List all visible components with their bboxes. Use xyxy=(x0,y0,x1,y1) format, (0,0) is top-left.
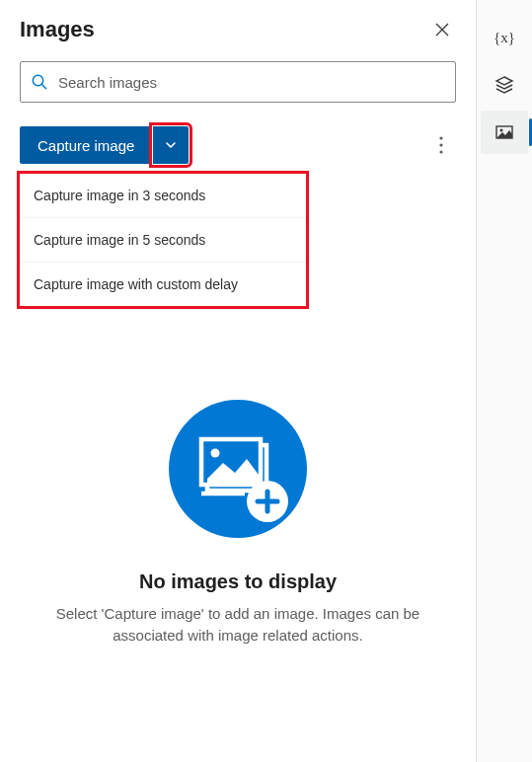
svg-point-8 xyxy=(211,449,220,458)
capture-button[interactable]: Capture image xyxy=(20,126,152,164)
svg-line-1 xyxy=(42,85,47,90)
variables-icon: {x} xyxy=(494,27,515,48)
empty-state-description: Select 'Capture image' to add an image. … xyxy=(39,603,436,647)
svg-point-15 xyxy=(500,129,503,132)
search-icon xyxy=(31,73,48,91)
svg-point-0 xyxy=(33,75,42,85)
toolbar: Capture image xyxy=(20,126,456,164)
right-rail: {x} xyxy=(477,0,532,762)
panel-title: Images xyxy=(20,17,95,42)
svg-point-3 xyxy=(439,143,442,146)
more-vertical-icon xyxy=(439,136,443,154)
empty-state-icon xyxy=(164,395,312,547)
empty-state: No images to display Select 'Capture ima… xyxy=(0,395,476,647)
layers-icon xyxy=(494,74,515,96)
search-field[interactable] xyxy=(20,61,456,103)
capture-split-button: Capture image xyxy=(20,126,189,164)
rail-item-layers[interactable] xyxy=(481,63,528,107)
rail-item-images[interactable] xyxy=(481,111,528,154)
svg-point-2 xyxy=(439,136,442,139)
rail-item-variables[interactable]: {x} xyxy=(481,16,528,59)
close-button[interactable] xyxy=(428,16,456,43)
dropdown-item-5s[interactable]: Capture image in 5 seconds xyxy=(20,218,306,263)
capture-dropdown-toggle[interactable] xyxy=(153,126,189,164)
dropdown-item-3s[interactable]: Capture image in 3 seconds xyxy=(20,174,306,218)
capture-dropdown-menu: Capture image in 3 seconds Capture image… xyxy=(20,174,306,306)
close-icon xyxy=(435,23,449,37)
dropdown-item-custom[interactable]: Capture image with custom delay xyxy=(20,263,306,306)
images-panel: Images Capture image Capture image in 3 … xyxy=(0,0,477,762)
panel-header: Images xyxy=(20,16,456,43)
svg-text:{x}: {x} xyxy=(494,30,515,45)
svg-point-4 xyxy=(439,150,442,153)
image-icon xyxy=(494,121,515,143)
more-options-button[interactable] xyxy=(426,130,456,160)
empty-state-title: No images to display xyxy=(139,571,337,593)
search-input[interactable] xyxy=(58,74,445,91)
chevron-down-icon xyxy=(164,138,178,152)
